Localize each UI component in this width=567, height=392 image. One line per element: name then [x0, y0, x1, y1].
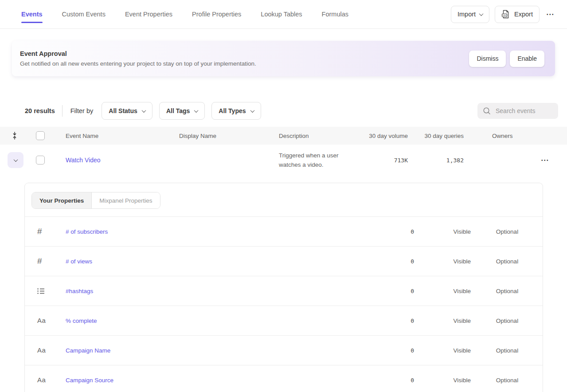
property-queries: 0	[365, 347, 414, 354]
tab-profile-properties[interactable]: Profile Properties	[192, 0, 241, 29]
chevron-down-icon	[13, 157, 18, 162]
select-all-checkbox[interactable]	[36, 131, 45, 140]
property-requirement: Optional	[472, 318, 543, 324]
export-button-label: Export	[514, 11, 533, 18]
import-button-label: Import	[458, 11, 476, 18]
search-input[interactable]	[495, 107, 553, 115]
header-30-day-queries: 30 day queries	[408, 133, 470, 139]
export-button[interactable]: csv Export	[495, 6, 540, 23]
event-description: Triggered when a user watches a video.	[279, 151, 364, 169]
tab-formulas[interactable]: Formulas	[322, 0, 348, 29]
property-name-link[interactable]: #hashtags	[66, 288, 93, 294]
property-queries: 0	[365, 318, 414, 324]
property-visibility: Visible	[414, 258, 472, 265]
property-requirement: Optional	[472, 228, 543, 235]
csv-file-icon: csv	[501, 10, 510, 19]
banner-title: Event Approval	[20, 50, 256, 57]
search-box	[477, 103, 558, 119]
header-event-name: Event Name	[66, 133, 179, 139]
collapse-all-button[interactable]	[11, 130, 19, 141]
property-row: Aa % complete 0 Visible Optional	[25, 306, 543, 335]
property-requirement: Optional	[472, 347, 543, 354]
property-queries: 0	[365, 377, 414, 384]
banner-text: Event Approval Get notified on all new e…	[20, 50, 256, 67]
property-requirement: Optional	[472, 377, 543, 384]
types-filter-dropdown[interactable]: All Types	[211, 102, 261, 120]
filter-row: 20 results Filter by All Status All Tags…	[0, 102, 567, 120]
text-type-icon: Aa	[37, 346, 46, 354]
list-type-icon	[37, 288, 66, 294]
header-description: Description	[279, 133, 364, 139]
import-button[interactable]: Import	[451, 6, 489, 23]
property-queries: 0	[365, 258, 414, 265]
event-name-link[interactable]: Watch Video	[66, 157, 101, 164]
banner-actions: Dismiss Enable	[469, 51, 544, 67]
chevron-down-icon	[250, 108, 254, 113]
chevron-down-icon	[141, 108, 146, 113]
text-type-icon: Aa	[37, 376, 46, 384]
event-30-day-volume: 713K	[364, 157, 408, 164]
collapse-row-button[interactable]	[8, 152, 23, 168]
tags-filter-label: All Tags	[166, 107, 190, 114]
divider	[62, 105, 63, 117]
property-visibility: Visible	[414, 318, 472, 324]
banner-description: Get notified on all new events entering …	[20, 60, 256, 67]
properties-panel: Your Properties Mixpanel Properties # # …	[24, 183, 543, 392]
row-checkbox[interactable]	[36, 156, 45, 165]
property-visibility: Visible	[414, 288, 472, 294]
filter-by-label: Filter by	[70, 107, 94, 114]
property-requirement: Optional	[472, 288, 543, 294]
property-row: # # of subscribers 0 Visible Optional	[25, 216, 543, 246]
svg-text:csv: csv	[503, 14, 506, 16]
tab-lookup-tables[interactable]: Lookup Tables	[261, 0, 302, 29]
event-row: Watch Video Triggered when a user watche…	[0, 145, 567, 176]
property-row: #hashtags 0 Visible Optional	[25, 276, 543, 306]
tab-custom-events[interactable]: Custom Events	[62, 0, 106, 29]
property-name-link[interactable]: % complete	[66, 318, 97, 324]
number-type-icon: #	[37, 227, 42, 236]
property-row: Aa Campaign Name 0 Visible Optional	[25, 335, 543, 365]
property-visibility: Visible	[414, 347, 472, 354]
property-row: Aa Campaign Source 0 Visible Optional	[25, 365, 543, 392]
results-count: 20 results	[25, 107, 55, 114]
text-type-icon: Aa	[37, 317, 46, 324]
properties-tabs: Your Properties Mixpanel Properties	[31, 192, 160, 209]
event-table-header: Event Name Display Name Description 30 d…	[0, 127, 567, 145]
top-navigation: Events Custom Events Event Properties Pr…	[0, 0, 567, 29]
search-icon	[483, 107, 491, 115]
tab-your-properties[interactable]: Your Properties	[32, 192, 92, 208]
property-name-link[interactable]: Campaign Name	[66, 347, 110, 354]
types-filter-label: All Types	[219, 107, 246, 114]
property-row: # # of views 0 Visible Optional	[25, 246, 543, 276]
chevron-down-icon	[479, 12, 484, 16]
header-30-day-volume: 30 day volume	[364, 133, 408, 139]
property-name-link[interactable]: # of views	[66, 258, 92, 265]
more-options-button[interactable]: •••	[545, 9, 556, 20]
property-queries: 0	[365, 288, 414, 294]
row-more-options-button[interactable]: •••	[540, 155, 551, 165]
number-type-icon: #	[37, 256, 42, 266]
event-30-day-queries: 1,382	[408, 157, 470, 164]
header-owners: Owners	[470, 133, 528, 139]
property-requirement: Optional	[472, 258, 543, 265]
tab-events[interactable]: Events	[21, 0, 43, 29]
event-approval-banner: Event Approval Get notified on all new e…	[12, 41, 555, 76]
tags-filter-dropdown[interactable]: All Tags	[159, 102, 205, 120]
chevron-down-icon	[194, 108, 199, 113]
ellipsis-icon: •••	[541, 158, 549, 163]
enable-button[interactable]: Enable	[510, 51, 544, 67]
tab-event-properties[interactable]: Event Properties	[125, 0, 172, 29]
property-name-link[interactable]: Campaign Source	[66, 377, 113, 384]
dismiss-button[interactable]: Dismiss	[469, 51, 506, 67]
property-visibility: Visible	[414, 377, 472, 384]
status-filter-label: All Status	[109, 107, 137, 114]
property-queries: 0	[365, 228, 414, 235]
property-visibility: Visible	[414, 228, 472, 235]
collapse-all-icon	[12, 131, 18, 140]
tab-mixpanel-properties[interactable]: Mixpanel Properties	[92, 192, 160, 208]
nav-actions: Import csv Export •••	[451, 6, 556, 23]
property-name-link[interactable]: # of subscribers	[66, 228, 108, 235]
header-display-name: Display Name	[179, 133, 279, 139]
ellipsis-icon: •••	[547, 12, 555, 17]
status-filter-dropdown[interactable]: All Status	[102, 102, 153, 120]
